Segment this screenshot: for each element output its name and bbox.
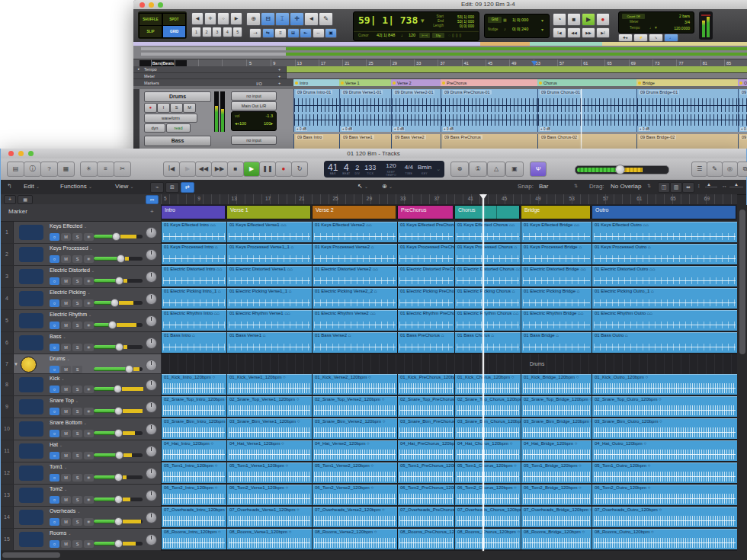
freeze-button[interactable]: ✳: [84, 322, 94, 329]
dyn-button[interactable]: dyn: [144, 123, 165, 133]
region[interactable]: 06_Tom2_PreChorus_120bpm ○: [397, 485, 454, 505]
mute-button[interactable]: M: [61, 322, 71, 329]
track-header-electric-rhythm[interactable]: 5Electric Rhythm ⌄○MS✳: [1, 310, 161, 332]
track-header-keys-processed[interactable]: 2Keys Processed ⌄○MS✳: [1, 244, 161, 266]
region[interactable]: 03_Snare_Btm_PreChorus_120bpm ○: [397, 418, 454, 439]
region[interactable]: 01 Electric Rhythm PreChorus ⌂⌂: [397, 310, 454, 331]
zoom-toggle-button[interactable]: ⇔: [313, 28, 325, 38]
power-button[interactable]: ○: [50, 344, 59, 351]
region[interactable]: 01 Keys Effected Verse2 ⌂⌂: [312, 222, 397, 242]
pt-audio-region[interactable]: 09 Drums Intro-01+ 0 dB: [293, 89, 340, 132]
track-view-toggle-button[interactable]: ▭: [146, 195, 159, 204]
power-button[interactable]: ○: [50, 518, 59, 526]
stop-button[interactable]: ■: [567, 13, 581, 26]
replace-button[interactable]: ▣: [505, 162, 524, 177]
region[interactable]: 08_Rooms_PreChorus_120bpm ○: [397, 529, 454, 549]
vertical-scrollbar[interactable]: [738, 205, 747, 551]
pt-audio-region[interactable]: 09 Drums Verse1-01+ 0 dB: [339, 89, 392, 132]
input-selector[interactable]: no input: [231, 136, 277, 145]
region[interactable]: 05_Tom1_PreChorus_120bpm ○: [397, 462, 454, 483]
region[interactable]: 02_Snare_Top_Verse2_120bpm ○: [312, 396, 397, 417]
freeze-button[interactable]: ✳: [84, 474, 94, 482]
region[interactable]: 01 Bass Outro ⌂: [592, 332, 737, 353]
menu-edit[interactable]: Edit ⌄: [24, 183, 40, 190]
region[interactable]: 07_Overheads_Verse1_120bpm ○: [226, 507, 312, 527]
add-track-button[interactable]: +: [4, 195, 16, 204]
region[interactable]: 01 Keys Processed Bridge ⌂: [521, 244, 592, 264]
region[interactable]: 06_Tom2_Chorus_120bpm ○: [454, 485, 521, 505]
solo-button[interactable]: S: [72, 277, 82, 285]
volume-slider[interactable]: [94, 235, 143, 238]
zoom-preset-5[interactable]: 5: [232, 27, 242, 37]
grid-label[interactable]: Grid: [488, 17, 502, 23]
region[interactable]: 01 Keys Effected Intro ⌂⌂: [161, 222, 226, 242]
selector-tool[interactable]: ⌶: [275, 12, 290, 26]
solo-button[interactable]: S: [72, 299, 82, 307]
duplicate-track-button[interactable]: ▦: [18, 195, 33, 204]
region[interactable]: 01 Keys Effected Chorus ⌂⌂: [454, 222, 521, 242]
pan-knob[interactable]: [146, 249, 157, 261]
region[interactable]: 07_Overheads_Chorus_120bpm ○: [454, 507, 521, 527]
fit-zoom-button[interactable]: ⬌: [682, 182, 694, 193]
region[interactable]: 01 Electric Rhythm Bridge ⌂⌂: [521, 310, 592, 331]
pan-knob[interactable]: [146, 490, 157, 501]
conductor-button[interactable]: ♩: [664, 34, 678, 42]
region[interactable]: 01 Keys Effected Outro ⌂⌂: [592, 222, 737, 242]
region[interactable]: 04_Hat_Intro_120bpm ○: [161, 440, 226, 461]
volume-knob[interactable]: [114, 429, 123, 437]
region[interactable]: 05_Tom1_Bridge_120bpm ○: [521, 462, 592, 483]
volume-knob[interactable]: [114, 407, 123, 415]
play-button[interactable]: ▶: [582, 13, 595, 26]
pt-audio-region[interactable]: 09 Bass Chorus-02: [537, 134, 637, 149]
pt-audio-region[interactable]: 09 Bass Verse1: [339, 134, 392, 149]
tuning-fork-button[interactable]: Ψ: [530, 162, 547, 177]
power-button[interactable]: ○: [50, 277, 59, 285]
track-name[interactable]: Drums ⌄: [50, 356, 70, 361]
region[interactable]: 02_Snare_Top_Chorus_120bpm ○: [454, 396, 521, 417]
volume-knob[interactable]: [114, 385, 122, 393]
region[interactable]: 08_Rooms_Bridge_120bpm ○: [521, 529, 592, 549]
browsers-button[interactable]: ⧉: [737, 162, 747, 177]
library-button[interactable]: ▤: [7, 162, 24, 177]
region[interactable]: 01_Kick_Verse2_120bpm ○: [312, 374, 397, 395]
region[interactable]: 01 Electric Picking Bridge ⌂: [521, 288, 592, 309]
snap-chevrons-icon[interactable]: ⇅: [574, 183, 578, 188]
pause-button[interactable]: ❚❚: [259, 162, 276, 177]
pt-audio-region[interactable]: 09 Drums Bridge-01+ 0 dB: [636, 89, 739, 132]
region[interactable]: 01 Electric Picking PreChorus ⌂: [397, 288, 454, 309]
grid-dropdown-icon[interactable]: ▾: [541, 18, 543, 23]
region[interactable]: 03_Snare_Btm_Verse2_120bpm ○: [312, 418, 397, 439]
flex-icon[interactable]: ⊞: [165, 182, 179, 193]
list-editors-button[interactable]: ☰: [691, 162, 707, 177]
region[interactable]: 01_Kick_Outro_120bpm ○: [592, 374, 737, 395]
mute-button[interactable]: M: [61, 452, 71, 459]
waveform-zoom-h-button[interactable]: ◫: [658, 182, 670, 193]
region[interactable]: 02_Snare_Top_Verse1_120bpm ○: [226, 396, 312, 417]
track-header-keys-effected[interactable]: 1Keys Effected ⌄○MS✳: [1, 222, 161, 244]
track-header-electric-distorted[interactable]: 3Electric Distorted ⌄○MS✳: [1, 266, 161, 288]
track-name[interactable]: Bass ⌄: [50, 334, 66, 339]
volume-slider[interactable]: [94, 345, 143, 349]
region[interactable]: 01 Electric Picking Intro_1 ⌂: [161, 288, 226, 309]
inspector-button[interactable]: ⓘ: [24, 162, 41, 177]
power-button[interactable]: ○: [50, 386, 59, 393]
pan-knob[interactable]: [146, 271, 157, 283]
v-scroll-thumb[interactable]: [739, 210, 745, 354]
track-header-tom1[interactable]: 12Tom1 ⌄○MS✳: [1, 462, 161, 485]
volume-slider[interactable]: [94, 387, 143, 391]
region[interactable]: 06_Tom2_Bridge_120bpm ○: [521, 485, 592, 505]
region[interactable]: 01 Electric Distorted Chorus ⌂⌂: [454, 266, 521, 286]
close-icon[interactable]: [139, 2, 145, 8]
region[interactable]: 01 Keys Effected Bridge ⌂⌂: [521, 222, 592, 242]
drag-chevrons-icon[interactable]: ⇅: [647, 183, 651, 188]
fast-forward-button[interactable]: ▶▶: [582, 27, 595, 38]
pan-knob[interactable]: [146, 293, 157, 305]
volume-slider[interactable]: [94, 257, 143, 261]
tab-transient-button[interactable]: ⇢: [249, 28, 261, 38]
zoom-h-icon[interactable]: ✛: [204, 12, 216, 25]
region[interactable]: 01 Electric Rhythm Verse1 ⌂⌂: [226, 310, 312, 331]
pt-audio-region[interactable]: 09 Drums Verse2-01+ 0 dB: [391, 89, 441, 132]
region[interactable]: 03_Snare_Btm_Outro_120bpm ○: [592, 418, 737, 439]
solo-button[interactable]: S: [72, 430, 82, 437]
pointer-tool-menu[interactable]: ↖ ⌄: [357, 183, 368, 190]
